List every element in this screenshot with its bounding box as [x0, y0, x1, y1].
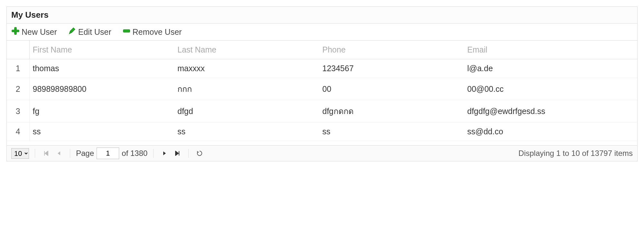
pencil-icon [68, 27, 76, 37]
plus-icon [11, 27, 20, 37]
page-of-label: of 1380 [122, 149, 147, 158]
table-row[interactable]: 3 fg dfgd dfgกดกด dfgdfg@ewdrfgesd.ss [7, 100, 637, 122]
phone-header[interactable]: Phone [319, 41, 464, 59]
remove-user-label: Remove User [133, 27, 182, 37]
svg-rect-2 [123, 30, 130, 32]
email-cell: ss@dd.co [464, 122, 637, 141]
phone-cell: dfgกดกด [319, 100, 464, 122]
new-user-label: New User [22, 27, 57, 37]
first-name-header[interactable]: First Name [29, 41, 174, 59]
display-message: Displaying 1 to 10 of 13797 items [518, 149, 633, 158]
last-page-icon [175, 150, 180, 156]
table-header-row: First Name Last Name Phone Email [7, 41, 637, 59]
svg-rect-1 [12, 30, 19, 32]
last-name-cell: maxxxx [174, 59, 319, 78]
separator [35, 149, 35, 158]
edit-user-button[interactable]: Edit User [68, 27, 111, 37]
first-name-cell: thomas [29, 59, 174, 78]
users-panel: My Users New User Edit User [6, 6, 638, 161]
phone-cell: 00 [319, 78, 464, 100]
email-cell: dfgdfg@ewdrfgesd.ss [464, 100, 637, 122]
remove-user-button[interactable]: Remove User [122, 27, 182, 37]
pager-bar: 10 Page of 1380 [7, 145, 637, 161]
toolbar: New User Edit User Remove User [7, 24, 637, 41]
minus-icon [122, 27, 131, 37]
last-name-header[interactable]: Last Name [174, 41, 319, 59]
table-row[interactable]: 1 thomas maxxxx 1234567 l@a.de [7, 59, 637, 78]
next-page-button[interactable] [159, 148, 170, 158]
page-size-select[interactable]: 10 [11, 148, 29, 159]
phone-cell: ss [319, 122, 464, 141]
row-number: 1 [7, 59, 29, 78]
table-row[interactable]: 4 ss ss ss ss@dd.co [7, 122, 637, 141]
refresh-button[interactable] [194, 148, 205, 158]
page-input[interactable] [97, 148, 119, 159]
separator [188, 149, 189, 158]
last-page-button[interactable] [172, 148, 183, 158]
separator [70, 149, 70, 158]
panel-title: My Users [7, 7, 637, 24]
page-label: Page [76, 149, 94, 158]
new-user-button[interactable]: New User [11, 27, 57, 37]
email-header[interactable]: Email [464, 41, 637, 59]
users-table: First Name Last Name Phone Email 1 thoma… [7, 41, 637, 141]
table-scroll[interactable]: First Name Last Name Phone Email 1 thoma… [7, 41, 637, 145]
email-cell: 00@00.cc [464, 78, 637, 100]
table-row[interactable]: 2 989898989800 กกก 00 00@00.cc [7, 78, 637, 100]
next-page-icon [162, 151, 167, 156]
first-page-button[interactable] [41, 148, 51, 158]
prev-page-button[interactable] [54, 148, 64, 158]
row-number-header [7, 41, 29, 59]
phone-cell: 1234567 [319, 59, 464, 78]
prev-page-icon [56, 151, 62, 156]
row-number: 4 [7, 122, 29, 141]
edit-user-label: Edit User [78, 27, 111, 37]
first-name-cell: fg [29, 100, 174, 122]
separator [153, 149, 154, 158]
first-name-cell: ss [29, 122, 174, 141]
last-name-cell: กกก [174, 78, 319, 100]
row-number: 3 [7, 100, 29, 122]
last-name-cell: dfgd [174, 100, 319, 122]
email-cell: l@a.de [464, 59, 637, 78]
refresh-icon [196, 150, 203, 157]
last-name-cell: ss [174, 122, 319, 141]
row-number: 2 [7, 78, 29, 100]
first-name-cell: 989898989800 [29, 78, 174, 100]
first-page-icon [43, 150, 49, 156]
